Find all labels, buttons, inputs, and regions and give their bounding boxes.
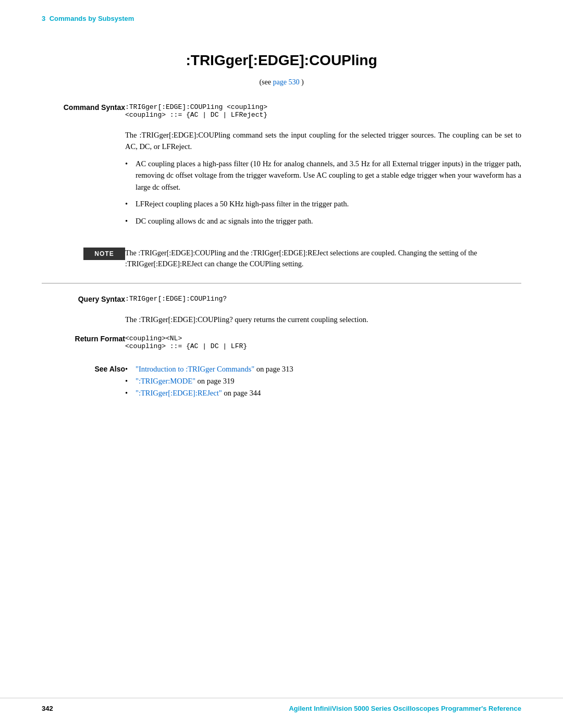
bullet-item-3: DC coupling allows dc and ac signals int… (125, 215, 521, 227)
divider (42, 283, 521, 293)
command-syntax-label: Command Syntax (42, 101, 125, 121)
divider-row (42, 283, 521, 293)
return-format-line2: <coupling> ::= {AC | DC | LFR} (125, 342, 521, 350)
command-title: :TRIGger[:EDGE]:COUPling (42, 52, 521, 69)
command-syntax-line2: <coupling> ::= {AC | DC | LFReject} (125, 111, 521, 119)
footer: 342 Agilent InfiniiVision 5000 Series Os… (0, 698, 563, 712)
query-description: The :TRIGger[:EDGE]:COUPling? query retu… (125, 312, 521, 332)
page-link[interactable]: page 530 (273, 78, 301, 86)
see-also-item-3: ":TRIGger[:EDGE]:REJect" on page 344 (125, 389, 521, 398)
bullet-item-2: LFReject coupling places a 50 KHz high-p… (125, 198, 521, 209)
see-also-link-2[interactable]: ":TRIGger:MODE" (136, 377, 198, 385)
see-also-item-2: ":TRIGger:MODE" on page 319 (125, 377, 521, 386)
return-format-label: Return Format (42, 332, 125, 352)
page-link-text: page 530 (273, 78, 299, 86)
see-also-suffix-1: on page 313 (256, 365, 293, 373)
see-also-link-text-3: ":TRIGger[:EDGE]:REJect" (136, 389, 222, 397)
see-also-row: See Also "Introduction to :TRIGger Comma… (42, 363, 521, 403)
footer-book-title: Agilent InfiniiVision 5000 Series Oscill… (289, 705, 521, 712)
note-text: The :TRIGger[:EDGE]:COUPling and the :TR… (125, 240, 521, 277)
see-also-value: "Introduction to :TRIGger Commands" on p… (125, 363, 521, 403)
see-also-link-text-2: ":TRIGger:MODE" (136, 377, 195, 385)
bullet-item-1: AC coupling places a high-pass filter (1… (125, 158, 521, 193)
chapter-number: 3 (42, 15, 45, 22)
query-desc-para: The :TRIGger[:EDGE]:COUPling? query retu… (125, 314, 521, 325)
query-syntax-value: :TRIGger[:EDGE]:COUPling? (125, 293, 521, 305)
see-also-label: See Also (42, 363, 125, 403)
return-format-line1: <coupling><NL> (125, 335, 521, 342)
see-also-link-text-1: "Introduction to :TRIGger Commands" (136, 365, 254, 373)
see-also-suffix-2: on page 319 (198, 377, 235, 385)
see-also-suffix-3: on page 344 (224, 389, 261, 397)
command-syntax-line1: :TRIGger[:EDGE]:COUPling <coupling> (125, 103, 521, 111)
note-row: NOTE The :TRIGger[:EDGE]:COUPling and th… (42, 240, 521, 277)
see-also-link-3[interactable]: ":TRIGger[:EDGE]:REJect" (136, 389, 224, 397)
description-label-empty (42, 127, 125, 234)
content-table: Command Syntax :TRIGger[:EDGE]:COUPling … (42, 101, 521, 403)
description-value: The :TRIGger[:EDGE]:COUPling command set… (125, 127, 521, 234)
return-format-value: <coupling><NL> <coupling> ::= {AC | DC |… (125, 332, 521, 352)
footer-page-number: 342 (42, 705, 53, 712)
return-format-row: Return Format <coupling><NL> <coupling> … (42, 332, 521, 352)
query-desc-row: The :TRIGger[:EDGE]:COUPling? query retu… (42, 312, 521, 332)
command-syntax-row: Command Syntax :TRIGger[:EDGE]:COUPling … (42, 101, 521, 121)
query-syntax-label: Query Syntax (42, 293, 125, 305)
see-page-reference: (see page 530 ) (42, 78, 521, 87)
query-syntax-line1: :TRIGger[:EDGE]:COUPling? (125, 295, 521, 303)
description-para1: The :TRIGger[:EDGE]:COUPling command set… (125, 129, 521, 153)
query-syntax-row: Query Syntax :TRIGger[:EDGE]:COUPling? (42, 293, 521, 305)
page: 3 Commands by Subsystem :TRIGger[:EDGE]:… (0, 0, 563, 728)
breadcrumb: 3 Commands by Subsystem (0, 0, 563, 29)
see-also-list: "Introduction to :TRIGger Commands" on p… (125, 365, 521, 398)
bullet-list: AC coupling places a high-pass filter (1… (125, 158, 521, 227)
command-syntax-value: :TRIGger[:EDGE]:COUPling <coupling> <cou… (125, 101, 521, 121)
see-also-item-1: "Introduction to :TRIGger Commands" on p… (125, 365, 521, 374)
note-label-cell: NOTE (42, 240, 125, 277)
main-content: :TRIGger[:EDGE]:COUPling (see page 530 )… (0, 29, 563, 434)
chapter-title: Commands by Subsystem (50, 15, 134, 22)
note-label: NOTE (83, 248, 125, 260)
description-row: The :TRIGger[:EDGE]:COUPling command set… (42, 127, 521, 234)
see-also-link-1[interactable]: "Introduction to :TRIGger Commands" (136, 365, 256, 373)
